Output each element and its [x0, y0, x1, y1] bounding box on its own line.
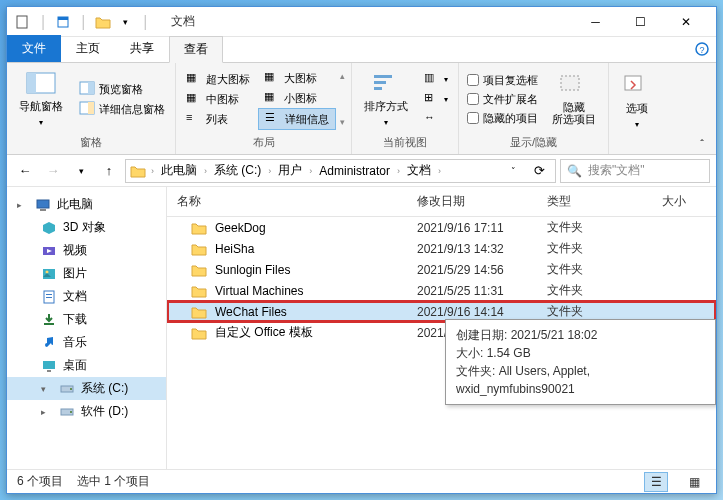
breadcrumb-segment[interactable]: 系统 (C:) [212, 162, 263, 179]
sidebar-item-3d[interactable]: 3D 对象 [7, 216, 166, 239]
sidebar-item-downloads[interactable]: 下载 [7, 308, 166, 331]
chevron-icon[interactable]: ▸ [17, 200, 29, 210]
ribbon-tabs: 文件 主页 共享 查看 [7, 37, 716, 63]
sidebar-item-drive[interactable]: ▾系统 (C:) [7, 377, 166, 400]
file-type: 文件夹 [537, 303, 637, 320]
breadcrumb-segment[interactable]: 用户 [276, 162, 304, 179]
address-dropdown-icon[interactable]: ˅ [501, 159, 525, 183]
hide-selected-button[interactable]: 隐藏 所选项目 [544, 69, 604, 129]
ribbon-group-showhide: 项目复选框 文件扩展名 隐藏的项目 隐藏 所选项目 显示/隐藏 [459, 63, 609, 154]
hide-selected-label: 隐藏 所选项目 [552, 101, 596, 125]
column-header-date[interactable]: 修改日期 [407, 187, 537, 216]
chevron-right-icon[interactable]: › [394, 166, 403, 176]
selection-count: 选中 1 个项目 [77, 473, 150, 490]
column-header-name[interactable]: 名称 [167, 187, 407, 216]
scroll-down-icon[interactable]: ▾ [340, 117, 345, 127]
address-bar[interactable]: › 此电脑 › 系统 (C:) › 用户 › Administrator › 文… [125, 159, 556, 183]
sidebar-item-desktop[interactable]: 桌面 [7, 354, 166, 377]
details-icon: ☰ [265, 111, 281, 127]
table-row[interactable]: GeekDog2021/9/16 17:11文件夹 [167, 217, 716, 238]
sidebar-item-pc[interactable]: ▸此电脑 [7, 193, 166, 216]
view-xlarge-button[interactable]: ▦超大图标 [180, 69, 256, 89]
dropdown-icon: ▾ [384, 118, 388, 127]
tab-file[interactable]: 文件 [7, 35, 61, 62]
tab-home[interactable]: 主页 [61, 35, 115, 62]
chk-item-checkbox[interactable]: 项目复选框 [463, 71, 542, 90]
table-row[interactable]: Sunlogin Files2021/5/29 14:56文件夹 [167, 259, 716, 280]
sidebar-item-label: 桌面 [63, 357, 87, 374]
file-name: Virtual Machines [215, 284, 304, 298]
group-showhide-label: 显示/隐藏 [463, 133, 604, 152]
forward-button[interactable]: → [41, 159, 65, 183]
folder-icon [191, 284, 207, 298]
chk-file-ext[interactable]: 文件扩展名 [463, 90, 542, 109]
collapse-ribbon-icon[interactable]: ˆ [692, 136, 712, 152]
sidebar-item-pictures[interactable]: 图片 [7, 262, 166, 285]
svg-rect-8 [88, 82, 94, 94]
chevron-icon[interactable]: ▾ [41, 384, 53, 394]
qat-sep: | [81, 13, 85, 31]
sidebar-item-music[interactable]: 音乐 [7, 331, 166, 354]
chevron-icon[interactable]: ▸ [41, 407, 53, 417]
view-small-button[interactable]: ▦小图标 [258, 88, 336, 108]
details-pane-button[interactable]: 详细信息窗格 [73, 99, 171, 119]
table-row[interactable]: HeiSha2021/9/13 14:32文件夹 [167, 238, 716, 259]
chevron-right-icon[interactable]: › [148, 166, 157, 176]
chevron-right-icon[interactable]: › [435, 166, 444, 176]
qat-sep: | [143, 13, 147, 31]
minimize-button[interactable]: ─ [573, 8, 618, 36]
help-icon[interactable]: ? [692, 39, 712, 59]
column-header-size[interactable]: 大小 [637, 187, 697, 216]
svg-rect-13 [374, 87, 382, 90]
table-row[interactable]: Virtual Machines2021/5/25 11:31文件夹 [167, 280, 716, 301]
preview-pane-button[interactable]: 预览窗格 [73, 79, 171, 99]
qat-dropdown-icon[interactable]: ▾ [117, 14, 133, 30]
svg-rect-14 [561, 76, 579, 90]
chevron-right-icon[interactable]: › [201, 166, 210, 176]
columns-button[interactable]: ▥▾ [418, 69, 454, 89]
options-button[interactable]: 选项 ▾ [613, 69, 661, 133]
svg-rect-19 [43, 269, 55, 279]
3d-icon [41, 220, 57, 236]
view-large-button[interactable]: ▦大图标 [258, 68, 336, 88]
view-list-button[interactable]: ≡列表 [180, 109, 256, 129]
file-date: 2021/9/16 17:11 [407, 221, 537, 235]
maximize-button[interactable]: ☐ [618, 8, 663, 36]
svg-rect-16 [37, 200, 49, 208]
groupby-button[interactable]: ⊞▾ [418, 89, 454, 109]
breadcrumb-segment[interactable]: 此电脑 [159, 162, 199, 179]
folder-icon [191, 263, 207, 277]
close-button[interactable]: ✕ [663, 8, 708, 36]
sidebar-item-video[interactable]: 视频 [7, 239, 166, 262]
chevron-right-icon[interactable]: › [265, 166, 274, 176]
sidebar-item-label: 系统 (C:) [81, 380, 128, 397]
view-medium-button[interactable]: ▦中图标 [180, 89, 256, 109]
tab-view[interactable]: 查看 [169, 36, 223, 63]
fit-columns-button[interactable]: ↔ [418, 109, 454, 129]
details-view-toggle[interactable]: ☰ [644, 472, 668, 492]
columns-icon: ▥ [424, 71, 440, 87]
back-button[interactable]: ← [13, 159, 37, 183]
sidebar-item-docs[interactable]: 文档 [7, 285, 166, 308]
search-input[interactable]: 🔍 搜索"文档" [560, 159, 710, 183]
breadcrumb-segment[interactable]: Administrator [317, 164, 392, 178]
ribbon-group-current: 排序方式 ▾ ▥▾ ⊞▾ ↔ 当前视图 [352, 63, 459, 154]
thumbnails-view-toggle[interactable]: ▦ [682, 472, 706, 492]
recent-dropdown[interactable]: ▾ [69, 159, 93, 183]
up-button[interactable]: ↑ [97, 159, 121, 183]
sort-button[interactable]: 排序方式 ▾ [356, 67, 416, 131]
sidebar-item-drive[interactable]: ▸软件 (D:) [7, 400, 166, 423]
refresh-icon[interactable]: ⟳ [527, 159, 551, 183]
navigation-pane[interactable]: ▸此电脑3D 对象视频图片文档下载音乐桌面▾系统 (C:)▸软件 (D:) [7, 187, 167, 469]
column-header-type[interactable]: 类型 [537, 187, 637, 216]
properties-icon[interactable] [55, 14, 71, 30]
tab-share[interactable]: 共享 [115, 35, 169, 62]
view-details-button[interactable]: ☰详细信息 [258, 108, 336, 130]
nav-pane-button[interactable]: 导航窗格 ▾ [11, 67, 71, 131]
chk-hidden-items[interactable]: 隐藏的项目 [463, 109, 542, 128]
scroll-up-icon[interactable]: ▴ [340, 71, 345, 81]
breadcrumb-segment[interactable]: 文档 [405, 162, 433, 179]
pc-icon [35, 197, 51, 213]
svg-rect-24 [44, 323, 54, 325]
chevron-right-icon[interactable]: › [306, 166, 315, 176]
